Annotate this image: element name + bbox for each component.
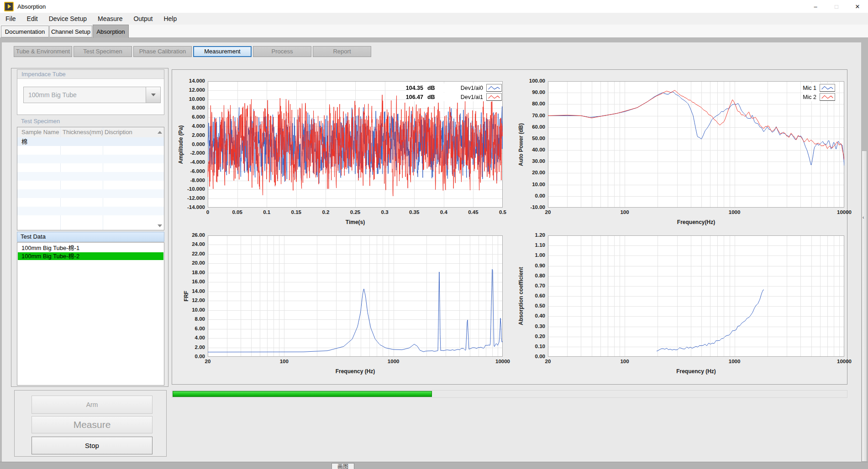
x-tick-label: 0.4 xyxy=(440,209,447,215)
level-value: 106.47 xyxy=(406,94,423,100)
subtab-tube-environment[interactable]: Tube & Environment xyxy=(14,46,72,57)
table-row[interactable] xyxy=(17,207,164,215)
table-row[interactable] xyxy=(17,189,164,198)
x-tick-label: 0.5 xyxy=(499,209,506,215)
time-chart-legend: 104.35 dB Dev1/ai0 106.47 dB Dev1/ai1 xyxy=(406,83,502,101)
y-tick-label: 0.30 xyxy=(535,323,545,329)
y-tick-label: 12.00 xyxy=(192,297,205,303)
tab-absorption[interactable]: Absorption xyxy=(93,25,129,38)
y-tick-label: 6.000 xyxy=(192,114,205,120)
list-item[interactable]: 100mm Big Tube-棉-1 xyxy=(18,244,163,252)
waveform-icon xyxy=(486,93,502,101)
impedance-tube-group: Impendace Tube 100mm Big Tube xyxy=(17,69,164,115)
y-tick-label: 2.000 xyxy=(192,132,205,138)
y-tick-label: 0.60 xyxy=(535,293,545,298)
y-tick-label: 8.00 xyxy=(195,316,205,322)
subtab-process[interactable]: Process xyxy=(253,46,311,57)
auto-power-chart: 100.0090.0080.0070.0060.0050.0040.0030.0… xyxy=(548,81,844,208)
partial-tab-draw[interactable]: 画图 xyxy=(331,463,354,469)
subtab-measurement[interactable]: Measurement xyxy=(193,46,252,57)
application-window: Absorption – □ ✕ File Edit Device Setup … xyxy=(0,0,868,469)
window-title: Absorption xyxy=(17,3,46,10)
legend-row: 106.47 dB Dev1/ai1 xyxy=(406,93,502,101)
table-row[interactable]: 棉 xyxy=(17,137,164,146)
y-axis-ticks: 14.00012.00010.0008.0006.0004.0002.0000.… xyxy=(186,81,206,208)
window-controls: – □ ✕ xyxy=(805,0,868,13)
y-axis-label: Absorption coefficient xyxy=(518,267,524,325)
menu-output[interactable]: Output xyxy=(128,13,158,25)
test-specimen-table[interactable]: Sample Name Thickness(mm) Discription 棉 xyxy=(17,127,164,230)
table-row[interactable] xyxy=(17,172,164,181)
y-tick-label: 10.00 xyxy=(192,307,205,313)
x-tick-label: 1000 xyxy=(729,359,741,364)
y-tick-label: -10.000 xyxy=(187,186,205,192)
close-button[interactable]: ✕ xyxy=(847,0,868,13)
y-tick-label: -14.000 xyxy=(187,204,205,210)
y-tick-label: -6.000 xyxy=(190,168,205,174)
dropdown-arrow-button[interactable] xyxy=(146,87,160,103)
menu-file[interactable]: File xyxy=(0,13,21,25)
mic2-label: Mic 2 xyxy=(803,94,816,100)
impedance-tube-dropdown[interactable]: 100mm Big Tube xyxy=(23,87,161,103)
scroll-up-icon[interactable] xyxy=(158,131,162,134)
sample-name-cell: 棉 xyxy=(17,138,27,145)
y-tick-label: 0.10 xyxy=(535,344,545,349)
table-row[interactable] xyxy=(17,155,164,163)
chevron-down-icon xyxy=(151,94,156,96)
y-tick-label: 18.00 xyxy=(192,270,205,275)
y-tick-label: 50.00 xyxy=(532,135,545,141)
list-item[interactable]: 100mm Big Tube-棉-2 xyxy=(18,252,163,260)
column-thickness: Thickness(mm) xyxy=(63,127,103,137)
tab-channel-setup[interactable]: Channel Setup xyxy=(49,26,92,37)
menu-help[interactable]: Help xyxy=(158,13,182,25)
y-tick-label: 90.00 xyxy=(532,89,545,95)
legend-row: Mic 1 xyxy=(803,83,835,92)
y-tick-label: 6.00 xyxy=(195,326,205,331)
menu-device-setup[interactable]: Device Setup xyxy=(43,13,92,25)
impedance-tube-label: Impendace Tube xyxy=(17,70,164,79)
x-axis-label: Time(s) xyxy=(208,219,503,225)
x-tick-label: 100 xyxy=(280,359,289,364)
x-tick-label: 0.3 xyxy=(381,209,389,215)
app-icon xyxy=(4,2,14,11)
subtab-report[interactable]: Report xyxy=(313,46,371,57)
y-tick-label: 0.70 xyxy=(535,283,545,288)
menu-bar: File Edit Device Setup Measure Output He… xyxy=(0,13,868,25)
subtab-phase-calibration[interactable]: Phase Calibration xyxy=(133,46,192,57)
subtab-test-specimen[interactable]: Test Specimen xyxy=(74,46,132,57)
progress-bar xyxy=(172,390,847,398)
level-unit: dB xyxy=(427,85,435,91)
mic1-label: Mic 1 xyxy=(803,85,816,91)
menu-measure[interactable]: Measure xyxy=(92,13,128,25)
x-tick-label: 0.25 xyxy=(350,209,360,215)
y-tick-label: 1.10 xyxy=(535,242,545,248)
menu-edit[interactable]: Edit xyxy=(21,13,43,25)
x-tick-label: 20 xyxy=(205,359,211,364)
column-sample-name: Sample Name xyxy=(21,127,59,137)
tab-documentation[interactable]: Documentation xyxy=(1,26,49,37)
right-splitter[interactable]: ‹ xyxy=(862,151,867,462)
play-arrow-icon xyxy=(8,4,11,9)
minimize-button[interactable]: – xyxy=(805,0,826,13)
absorption-plot-canvas xyxy=(548,235,844,357)
x-tick-label: 20 xyxy=(545,359,551,364)
x-tick-label: 0.35 xyxy=(409,209,419,215)
title-bar: Absorption – □ ✕ xyxy=(0,0,868,13)
y-tick-label: 0.90 xyxy=(535,263,545,268)
scroll-down-icon[interactable] xyxy=(158,224,162,227)
test-data-list[interactable]: 100mm Big Tube-棉-1 100mm Big Tube-棉-2 xyxy=(17,242,164,386)
stop-button[interactable]: Stop xyxy=(32,437,153,454)
y-tick-label: 0.80 xyxy=(535,273,545,278)
waveform-icon xyxy=(820,84,835,92)
y-tick-label: 30.00 xyxy=(532,158,545,164)
y-tick-label: 70.00 xyxy=(532,113,545,118)
impedance-tube-selected-value: 100mm Big Tube xyxy=(24,91,146,99)
y-tick-label: 60.00 xyxy=(532,124,545,130)
x-tick-label: 1000 xyxy=(388,359,400,364)
y-tick-label: 0.20 xyxy=(535,334,545,339)
y-tick-label: 24.00 xyxy=(192,241,205,247)
x-tick-label: 0.2 xyxy=(322,209,329,215)
measure-buttons-panel: Arm Measure Stop xyxy=(14,390,167,457)
y-tick-label: 14.00 xyxy=(192,288,205,294)
y-tick-label: -12.000 xyxy=(187,195,205,201)
